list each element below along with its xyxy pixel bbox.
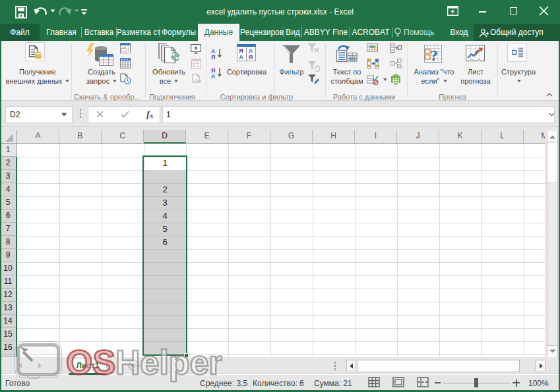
- svg-text:А: А: [211, 73, 216, 79]
- svg-text:?: ?: [430, 47, 438, 64]
- svg-text:А: А: [239, 53, 243, 61]
- svg-text:Я: Я: [249, 53, 253, 61]
- svg-text:Я: Я: [211, 54, 215, 60]
